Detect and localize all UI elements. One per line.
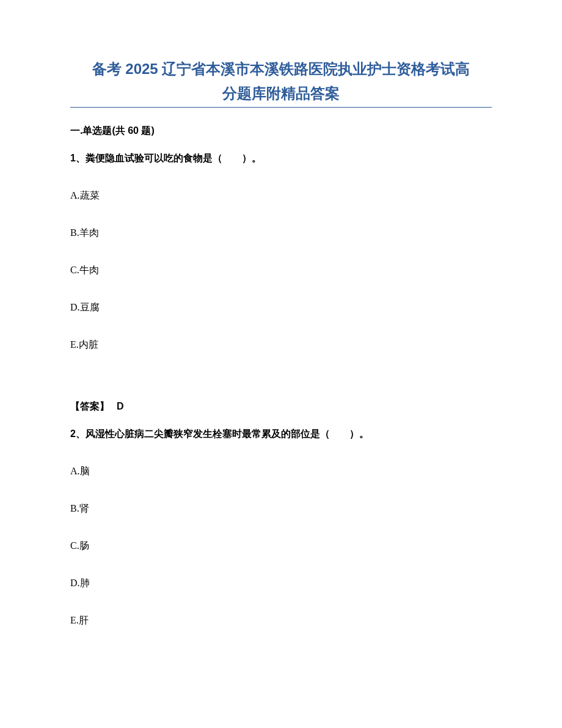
question-2-option-b: B.肾 (70, 502, 492, 515)
title-underline (70, 107, 492, 108)
question-2-option-d: D.肺 (70, 577, 492, 590)
question-1-option-c: C.牛肉 (70, 264, 492, 277)
question-1-answer: 【答案】D (70, 400, 492, 413)
question-1-option-a: A.蔬菜 (70, 189, 492, 202)
question-1-option-b: B.羊肉 (70, 227, 492, 240)
section-header: 一.单选题(共 60 题) (70, 125, 492, 138)
question-1-option-d: D.豆腐 (70, 301, 492, 314)
question-1-text: 1、粪便隐血试验可以吃的食物是（ ）。 (70, 152, 492, 165)
document-title-line2: 分题库附精品答案 (70, 83, 492, 105)
answer-label: 【答案】 (70, 401, 109, 411)
question-2-option-c: C.肠 (70, 540, 492, 553)
answer-value: D (117, 401, 124, 411)
question-2-text: 2、风湿性心脏病二尖瓣狭窄发生栓塞时最常累及的部位是（ ）。 (70, 428, 492, 441)
document-title-line1: 备考 2025 辽宁省本溪市本溪铁路医院执业护士资格考试高 (70, 58, 492, 80)
question-2-option-a: A.脑 (70, 465, 492, 478)
question-2-option-e: E.肝 (70, 614, 492, 627)
question-1-option-e: E.内脏 (70, 339, 492, 351)
